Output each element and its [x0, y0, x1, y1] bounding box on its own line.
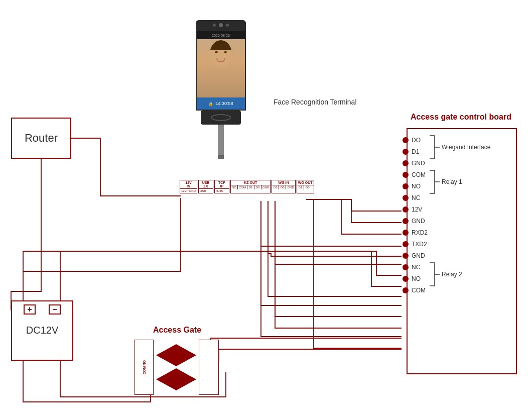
gate-wing-top — [156, 344, 196, 366]
pin-row-GND3: GND — [403, 252, 432, 259]
pin-row-NC2: NC — [403, 264, 432, 271]
gate-connector-group: NO COM — [143, 360, 146, 375]
pin-kz-no: NO — [231, 185, 238, 189]
gate-wing-bottom — [156, 368, 196, 390]
cg-tcp: TCPIP RJ45 — [214, 180, 229, 193]
pin-dot-GND1 — [403, 160, 409, 166]
battery-terminals: + − — [12, 301, 72, 317]
pin-label-GND2: GND — [412, 218, 432, 225]
pin-label-GND3: GND — [412, 252, 432, 259]
pin-label-COM2: COM — [412, 287, 432, 294]
pin-kz-d0: D0 — [254, 185, 261, 189]
terminal-screen: 2020-08-23 🔒 14:30:58 — [196, 30, 246, 111]
pin-wgin-gnd: GND — [286, 185, 295, 189]
pin-label-NO: NO — [412, 183, 432, 190]
cg-wg-in: WG IN D1 D0 GND — [272, 180, 295, 193]
pin-label-12V: 12V — [412, 206, 432, 213]
pin-row-12V: 12V — [403, 206, 432, 213]
terminal-status-bar: 2020-08-23 — [197, 31, 245, 39]
pin-label-TXD2: TXD2 — [412, 241, 432, 248]
pin-kz-d1: D1 — [247, 185, 254, 189]
gate-left-panel: NO COM — [135, 340, 154, 395]
cg-usb-pins: USB — [199, 189, 213, 193]
pin-label-DO: DO — [412, 137, 432, 144]
terminal-bottom-bar: 🔒 14:30:58 — [197, 97, 245, 110]
cg-wg-out-label: WG OUT — [297, 180, 314, 185]
terminal-pole — [218, 125, 224, 155]
pin-label-RXD2: RXD2 — [412, 229, 432, 236]
control-board-title: Access gate control board — [411, 113, 511, 122]
pin-label-NC2: NC — [412, 264, 432, 271]
access-gate-container: NO COM — [135, 340, 235, 400]
status-date: 2020-08-23 — [212, 34, 230, 37]
gate-right-panel — [199, 340, 219, 395]
connector-board: 12VIN 12V GND USB2.0 USB TCPIP RJ45 KZ O… — [180, 180, 314, 193]
pin-dot-DO — [403, 137, 409, 143]
pin-row-NC: NC — [403, 194, 432, 201]
face-eye-left — [215, 51, 218, 53]
battery-box: + − DC12V — [11, 300, 73, 361]
pin-dot-GND3 — [403, 253, 409, 259]
terminal-label: Face Recognition Terminal — [274, 98, 357, 106]
cg-wg-out: WG OUT D1 D0 — [297, 180, 314, 193]
face-oval — [210, 40, 232, 67]
pin-label-D1: D1 — [412, 148, 432, 155]
pin-row-NO: NO — [403, 183, 432, 190]
pin-dot-NO — [403, 183, 409, 189]
pin-wgin-d1: D1 — [272, 185, 279, 189]
pin-tcp: RJ45 — [215, 189, 224, 193]
pin-gnd: GND — [188, 189, 197, 193]
access-gate-title: Access Gate — [153, 326, 201, 335]
cg-usb: USB2.0 USB — [198, 180, 213, 193]
battery-minus: − — [49, 304, 61, 315]
pin-dot-NO2 — [403, 276, 409, 282]
face-hair — [210, 40, 232, 50]
cg-12v-in-pins: 12V GND — [180, 189, 197, 193]
cg-kz-out: KZ OUT NO COM D1 D0 GND — [230, 180, 271, 193]
terminal-base — [218, 155, 224, 159]
pin-wgout-d0: D0 — [304, 185, 311, 189]
cg-wg-in-label: WG IN — [272, 180, 295, 185]
cg-wg-out-pins: D1 D0 — [297, 185, 314, 189]
pin-row-TXD2: TXD2 — [403, 241, 432, 248]
pin-row-COM2: COM — [403, 287, 432, 294]
cg-tcp-pins: RJ45 — [215, 189, 229, 193]
pin-dot-RXD2 — [403, 230, 409, 236]
pin-dot-D1 — [403, 149, 409, 155]
terminal-face-area — [197, 39, 245, 97]
pin-label-COM: COM — [412, 171, 432, 178]
router-label: Router — [25, 132, 58, 145]
pin-row-D1: D1 — [403, 148, 432, 155]
pin-kz-com: COM — [238, 185, 247, 189]
pin-dot-GND2 — [403, 218, 409, 224]
cg-wg-in-pins: D1 D0 GND — [272, 185, 295, 189]
battery-label: DC12V — [12, 317, 72, 336]
terminal-time: 14:30:58 — [215, 101, 233, 106]
pin-dot-NC2 — [403, 264, 409, 270]
pin-dot-TXD2 — [403, 241, 409, 247]
pin-dot-COM — [403, 172, 409, 178]
pin-dot-COM2 — [403, 287, 409, 293]
cg-12v-in-label: 12VIN — [180, 180, 197, 189]
cg-usb-label: USB2.0 — [199, 180, 213, 189]
pin-dot-12V — [403, 206, 409, 213]
terminal-container: 2020-08-23 🔒 14:30:58 — [191, 20, 251, 159]
pin-row-RXD2: RXD2 — [403, 229, 432, 236]
pin-row-COM: COM — [403, 171, 432, 178]
pin-row-GND1: GND — [403, 160, 432, 167]
terminal-reader — [201, 111, 241, 125]
cg-tcp-label: TCPIP — [215, 180, 229, 189]
gate-wings — [154, 340, 199, 395]
cg-12v-in: 12VIN 12V GND — [180, 180, 197, 193]
camera-dot-left — [213, 24, 216, 27]
pin-12v: 12V — [180, 189, 188, 193]
terminal-top — [196, 20, 246, 30]
pin-label-GND1: GND — [412, 160, 432, 167]
gate-no-label: NO — [143, 360, 146, 366]
face-eye-right — [224, 51, 227, 53]
cg-kz-out-label: KZ OUT — [231, 180, 270, 185]
camera-dot-right — [226, 24, 229, 27]
terminal-device: 2020-08-23 🔒 14:30:58 — [191, 20, 251, 159]
lock-icon: 🔒 — [208, 101, 213, 106]
pin-row-NO2: NO — [403, 275, 432, 282]
